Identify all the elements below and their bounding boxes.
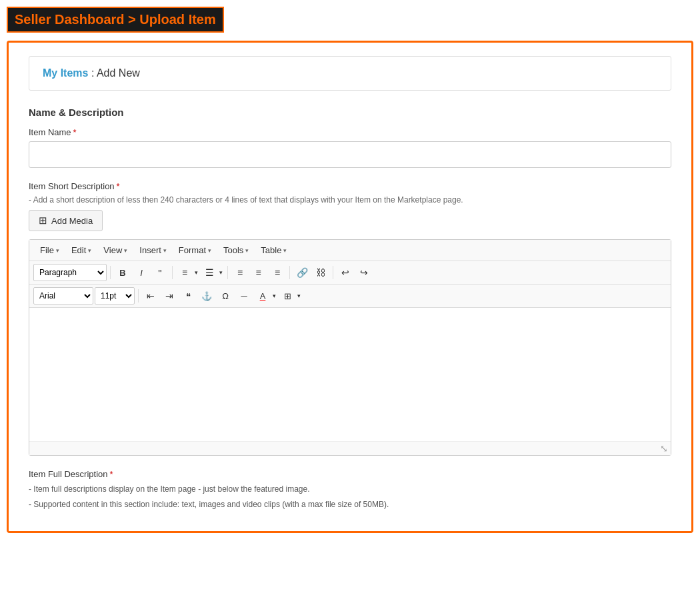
menu-format[interactable]: Format ▾	[173, 243, 217, 258]
item-short-desc-label: Item Short Description*	[29, 181, 671, 191]
horizontal-rule-button[interactable]: ─	[235, 287, 253, 305]
align-left-button[interactable]: ≡	[231, 264, 249, 281]
ordered-list-dropdown[interactable]: ▾	[193, 264, 199, 281]
item-short-desc-hint: - Add a short description of less then 2…	[29, 195, 671, 205]
special-chars-button[interactable]: Ω	[217, 287, 234, 305]
item-full-desc-label: Item Full Description*	[29, 469, 671, 479]
editor-menubar: File ▾ Edit ▾ View ▾ Insert ▾ Format ▾ T…	[29, 240, 671, 261]
breadcrumb-bar: My Items : Add New	[29, 56, 671, 91]
font-color-button[interactable]: A	[254, 287, 271, 305]
indent-button[interactable]: ⇥	[161, 287, 178, 305]
redo-button[interactable]: ↪	[355, 264, 373, 281]
italic-button[interactable]: I	[133, 264, 150, 281]
name-description-section: Name & Description Item Name* Item Short…	[29, 107, 671, 511]
font-family-select[interactable]: Arial Times New Roman Courier New Georgi…	[33, 287, 93, 305]
short-desc-required: *	[117, 181, 120, 191]
table-dropdown[interactable]: ▾	[296, 287, 302, 305]
align-center-button[interactable]: ≡	[250, 264, 267, 281]
item-name-input[interactable]	[29, 141, 671, 168]
editor-toolbar-row1: Paragraph Heading 1 Heading 2 Heading 3 …	[29, 261, 671, 285]
add-media-button[interactable]: ⊞ Add Media	[29, 210, 103, 231]
unordered-list-dropdown[interactable]: ▾	[218, 264, 224, 281]
main-container: My Items : Add New Name & Description It…	[7, 41, 693, 533]
link-button[interactable]: 🔗	[293, 264, 311, 281]
item-full-desc-hint-1: - Item full descriptions display on the …	[29, 483, 671, 496]
add-media-label: Add Media	[51, 216, 93, 226]
menu-table[interactable]: Table ▾	[255, 243, 292, 258]
font-size-select[interactable]: 8pt 9pt 10pt 11pt 12pt 14pt 16pt 18pt 24…	[95, 287, 135, 305]
item-short-desc-group: Item Short Description* - Add a short de…	[29, 181, 671, 205]
breadcrumb-separator: :	[88, 67, 96, 79]
menu-edit[interactable]: Edit ▾	[66, 243, 97, 258]
page-title: Seller Dashboard > Upload Item	[7, 7, 224, 33]
unordered-list-button[interactable]: ☰	[201, 264, 218, 281]
unlink-button[interactable]: ⛓	[312, 264, 329, 281]
item-name-label: Item Name*	[29, 127, 671, 137]
add-media-icon: ⊞	[39, 215, 47, 227]
breadcrumb-link[interactable]: My Items	[43, 67, 88, 79]
outdent-button[interactable]: ⇤	[142, 287, 159, 305]
paragraph-style-select[interactable]: Paragraph Heading 1 Heading 2 Heading 3 …	[33, 264, 107, 281]
font-color-dropdown[interactable]: ▾	[271, 287, 277, 305]
undo-button[interactable]: ↩	[337, 264, 354, 281]
editor-toolbar-row2: Arial Times New Roman Courier New Georgi…	[29, 285, 671, 308]
resize-handle-icon[interactable]: ⤡	[660, 443, 668, 454]
blockquote-button[interactable]: "	[151, 264, 169, 281]
full-desc-required: *	[109, 469, 113, 479]
menu-tools[interactable]: Tools ▾	[218, 243, 254, 258]
bold-button[interactable]: B	[114, 264, 131, 281]
section-title: Name & Description	[29, 107, 671, 118]
ordered-list-button[interactable]: ≡	[176, 264, 193, 281]
editor-content-area[interactable]	[29, 308, 671, 441]
breadcrumb-current: Add New	[97, 67, 140, 79]
item-full-desc-hint-2: - Supported content in this section incl…	[29, 498, 671, 511]
align-right-button[interactable]: ≡	[269, 264, 286, 281]
item-full-desc-section: Item Full Description* - Item full descr…	[29, 469, 671, 511]
menu-view[interactable]: View ▾	[98, 243, 133, 258]
menu-insert[interactable]: Insert ▾	[134, 243, 172, 258]
blockquote2-button[interactable]: ❝	[179, 287, 197, 305]
menu-file[interactable]: File ▾	[35, 243, 65, 258]
required-star: *	[73, 127, 77, 137]
table-insert-button[interactable]: ⊞	[279, 287, 296, 305]
rich-text-editor: File ▾ Edit ▾ View ▾ Insert ▾ Format ▾ T…	[29, 239, 671, 456]
anchor-button[interactable]: ⚓	[198, 287, 215, 305]
editor-resize-area: ⤡	[29, 441, 671, 455]
item-name-field-group: Item Name*	[29, 127, 671, 181]
